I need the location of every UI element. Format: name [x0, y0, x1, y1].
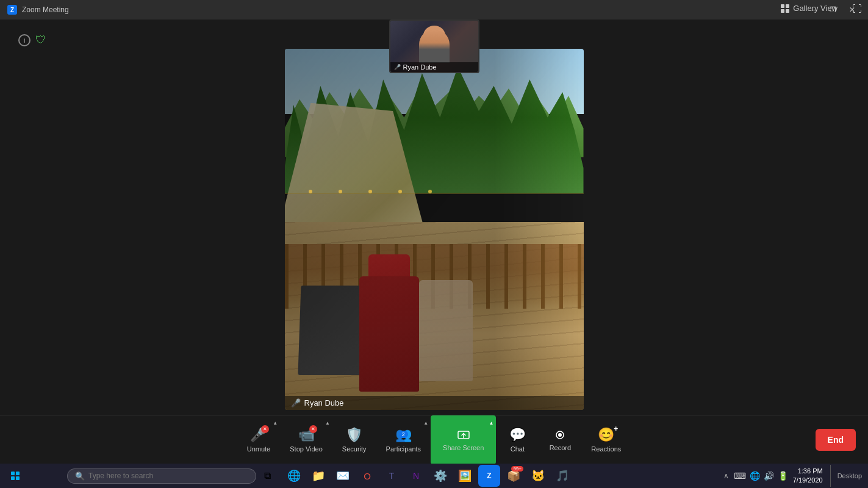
title-bar: Z Zoom Meeting Gallery View ⛶ ─ ❐ ✕ — [0, 0, 868, 20]
chat-icon: 💬 — [509, 427, 526, 443]
record-label: Record — [550, 444, 571, 451]
unmute-icon: 🎤 ✕ — [250, 427, 267, 443]
task-view-button[interactable]: ⧉ — [256, 465, 278, 487]
tray-battery-icon[interactable]: 🔋 — [778, 471, 788, 481]
mini-video-background: 🎤 Ryan Dube — [390, 21, 478, 72]
emoji-icon: 😊 + — [598, 427, 614, 443]
shield-check-icon: 🛡 — [35, 34, 46, 46]
scene-light-2 — [339, 190, 342, 193]
security-button[interactable]: 🛡️ Security — [332, 415, 376, 464]
mic-icon: 🎤 ✕ — [250, 427, 267, 443]
taskbar-edge-icon[interactable]: 🌐 — [283, 465, 305, 487]
taskbar-app-extra2[interactable]: 🎵 — [551, 465, 573, 487]
top-left-overlay: i 🛡 — [18, 34, 46, 46]
camera-icon: 📹 ✕ — [298, 427, 315, 443]
badge-count: 99+ — [511, 466, 523, 472]
windows-taskbar: 🔍 ⧉ 🌐 📁 ✉️ O T N ⚙️ 🖼️ Z 📦 99+ 🐱 🎵 ∧ ⌨ 🌐… — [0, 464, 868, 488]
tray-icons: ⌨ 🌐 🔊 🔋 — [734, 471, 788, 481]
taskbar-office-icon[interactable]: O — [356, 465, 378, 487]
share-screen-icon — [457, 428, 470, 442]
chat-label: Chat — [511, 445, 525, 453]
mini-video-person — [419, 29, 450, 63]
participants-badge: 2 — [399, 431, 408, 438]
reactions-label: Reactions — [591, 445, 621, 453]
search-input[interactable] — [88, 472, 248, 480]
tray-sound-icon[interactable]: 🔊 — [764, 471, 774, 481]
taskbar-mail-icon[interactable]: ✉️ — [332, 465, 354, 487]
system-clock[interactable]: 1:36 PM 7/19/2020 — [793, 467, 823, 486]
unmute-expand-arrow[interactable]: ▲ — [273, 420, 278, 426]
main-video-name-label: 🎤 Ryan Dube — [285, 396, 584, 410]
fullscreen-button[interactable]: ⛶ — [852, 4, 862, 15]
system-tray: ∧ ⌨ 🌐 🔊 🔋 1:36 PM 7/19/2020 Desktop — [723, 465, 868, 487]
taskbar-teams-icon[interactable]: T — [381, 465, 403, 487]
record-button[interactable]: Record — [539, 415, 581, 464]
taskbar-badge-icon[interactable]: 📦 99+ — [503, 465, 525, 487]
main-content-area: 🎤 Ryan Dube — [0, 20, 868, 439]
clock-time: 1:36 PM — [793, 467, 823, 476]
scene-light-3 — [368, 190, 372, 193]
record-icon — [553, 428, 567, 442]
mini-video-name-label: 🎤 Ryan Dube — [390, 62, 478, 72]
scene-string-wire — [285, 193, 584, 194]
tray-network-icon[interactable]: 🌐 — [750, 471, 760, 481]
tray-expand-icon[interactable]: ∧ — [723, 472, 729, 480]
unmute-button[interactable]: 🎤 ✕ Unmute ▲ — [237, 415, 281, 464]
stop-video-label: Stop Video — [290, 445, 323, 453]
participants-expand-arrow[interactable]: ▲ — [423, 420, 428, 426]
show-desktop-button[interactable] — [830, 465, 833, 487]
taskbar-search-bar[interactable]: 🔍 — [67, 468, 256, 484]
participants-icon: 👥 2 — [395, 427, 412, 443]
win-q4 — [16, 476, 20, 480]
taskbar-onenote-icon[interactable]: N — [405, 465, 427, 487]
scene-light-5 — [428, 190, 432, 193]
main-mic-icon: 🎤 — [291, 398, 301, 407]
app-icon: Z — [7, 5, 17, 15]
participants-label: Participants — [386, 445, 421, 453]
taskbar-settings-icon[interactable]: ⚙️ — [429, 465, 451, 487]
security-icon: 🛡️ — [346, 427, 362, 443]
title-bar-title: Zoom Meeting — [22, 5, 69, 14]
taskbar-files-icon[interactable]: 📁 — [307, 465, 329, 487]
info-icon[interactable]: i — [18, 34, 30, 46]
desktop-label[interactable]: Desktop — [838, 472, 862, 479]
taskbar-app-icons: 🌐 📁 ✉️ O T N ⚙️ 🖼️ Z 📦 99+ 🐱 🎵 — [283, 465, 573, 487]
mini-video-container: 🎤 Ryan Dube — [389, 20, 479, 73]
main-participant-name: Ryan Dube — [304, 398, 344, 407]
security-label: Security — [342, 445, 367, 453]
stop-video-button[interactable]: 📹 ✕ Stop Video ▲ — [280, 415, 332, 464]
win-q3 — [11, 476, 15, 480]
gallery-view-icon — [781, 4, 789, 13]
taskbar-app-extra1[interactable]: 🐱 — [527, 465, 549, 487]
camera-x-badge: ✕ — [309, 425, 317, 433]
zoom-toolbar: 🎤 ✕ Unmute ▲ 📹 ✕ Stop Video ▲ 🛡️ Securit… — [0, 415, 868, 464]
title-bar-left: Z Zoom Meeting — [7, 5, 69, 15]
unmute-label: Unmute — [247, 445, 271, 453]
reactions-button[interactable]: 😊 + Reactions — [581, 415, 631, 464]
start-button[interactable] — [0, 464, 30, 488]
clock-date: 7/19/2020 — [793, 476, 823, 485]
share-screen-button[interactable]: Share Screen ▲ — [431, 415, 496, 464]
taskbar-photos-icon[interactable]: 🖼️ — [454, 465, 476, 487]
scene-shadow — [285, 49, 584, 410]
chat-button[interactable]: 💬 Chat — [496, 415, 539, 464]
reactions-plus: + — [614, 425, 618, 433]
end-button[interactable]: End — [816, 429, 856, 451]
share-screen-expand-arrow[interactable]: ▲ — [489, 420, 493, 426]
tray-keyboard-icon[interactable]: ⌨ — [734, 471, 746, 481]
win-q2 — [16, 472, 20, 475]
main-video-scene: 🎤 Ryan Dube — [285, 49, 584, 410]
taskbar-zoom-icon[interactable]: Z — [478, 465, 500, 487]
stop-video-expand-arrow[interactable]: ▲ — [325, 420, 330, 426]
participants-button[interactable]: 👥 2 Participants ▲ — [376, 415, 431, 464]
windows-logo — [11, 472, 20, 480]
stop-video-icon: 📹 ✕ — [298, 427, 315, 443]
gallery-view-label: Gallery View — [793, 4, 838, 13]
mini-participant-name: Ryan Dube — [403, 63, 437, 71]
mini-mic-icon: 🎤 — [394, 64, 401, 70]
scene-light-4 — [398, 190, 402, 193]
gallery-view-button[interactable]: Gallery View — [781, 4, 838, 13]
win-q1 — [11, 472, 15, 475]
search-icon: 🔍 — [75, 472, 85, 481]
reactions-icon: 😊 + — [598, 427, 614, 443]
